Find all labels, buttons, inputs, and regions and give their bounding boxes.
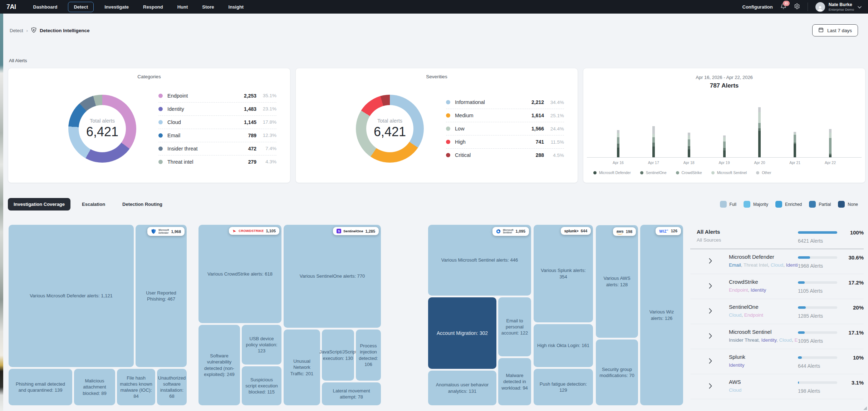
treemap-tile-file-hash-matches-known-malware-ioc-84[interactable]: File hash matches known malware (IOC): 8… [117, 369, 155, 405]
source-alert-count: 644 Alerts [798, 363, 864, 369]
settings-button[interactable] [794, 3, 800, 11]
legend-value: 2,212 [523, 99, 544, 105]
chevron-right-icon[interactable] [709, 358, 716, 365]
severities-total-value: 6,421 [374, 124, 406, 139]
bar-segment-microsoft-defender [652, 147, 655, 157]
treemap-tile-process-injection-detected-106[interactable]: Process injection detected: 106 [356, 330, 381, 381]
coverage-progress-fill [798, 381, 799, 384]
summary-cards-row: Categories Total alerts 6,421 Endpoint2,… [8, 68, 865, 183]
treemap-tile-email-to-personal-account-122[interactable]: Email to personal account: 122 [498, 297, 531, 356]
nav-item-investigate[interactable]: Investigate [104, 2, 129, 12]
legend-percent: 34.4% [544, 100, 564, 105]
chevron-right-icon[interactable] [709, 258, 716, 265]
bar-legend-dot-sentinelone [640, 171, 643, 174]
chevron-right-icon[interactable] [709, 283, 716, 290]
nav-item-store[interactable]: Store [202, 2, 214, 12]
source-row-main: Microsoft SentinelInsider Threat, Identi… [729, 329, 798, 343]
source-row-main: All AlertsAll Sources [697, 229, 798, 243]
treemap-tile-various-microsoft-defender-alerts-1-121[interactable]: Various Microsoft Defender alerts: 1,121 [9, 225, 134, 367]
treemap-tile-lateral-movement-attempt-78[interactable]: Lateral movement attempt: 78 [322, 382, 381, 405]
bar-segment-microsoft-defender [829, 155, 832, 157]
treemap-tile-push-fatigue-detection-129[interactable]: Push fatigue detection: 129 [534, 369, 593, 405]
chevron-right-icon[interactable] [709, 383, 716, 390]
legend-value: 741 [523, 139, 544, 145]
nav-item-dashboard[interactable]: Dashboard [33, 2, 58, 12]
tag-separator: , [748, 287, 751, 293]
coverage-progress-fill [798, 256, 810, 259]
legend-dot-threat-intel [158, 160, 163, 164]
resize-handle[interactable] [863, 406, 867, 410]
tab-escalation[interactable]: Escalation [76, 198, 111, 211]
bar-segment-crowdstrike [794, 135, 796, 143]
nav-item-insight[interactable]: Insight [229, 2, 244, 12]
bar-chart-x-axis: Apr 16Apr 17Apr 18Apr 19Apr 20Apr 21Apr … [587, 160, 862, 165]
breadcrumb-parent[interactable]: Detect [10, 28, 23, 33]
bar-legend-item-microsoft-sentinel: Microsoft Sentinel [711, 170, 747, 175]
treemap-tile-account-migration-302[interactable]: Account Migration: 302 [428, 297, 496, 369]
treemap-tile-software-vulnerability-detected-non-exploited-249[interactable]: Software vulnerability detected (non-exp… [198, 325, 240, 405]
bar-segment-microsoft-sentinel [829, 133, 832, 138]
source-row-crowdstrike[interactable]: CrowdStrikeEndpoint, Identity17.2%1105 A… [690, 274, 864, 299]
user-menu[interactable]: Nate Burke Enterprise Demo [815, 2, 862, 12]
legend-label: Critical [455, 152, 523, 158]
bar-column-apr-19 [707, 135, 742, 157]
nav-item-hunt[interactable]: Hunt [177, 2, 188, 12]
bar-segment-crowdstrike [723, 142, 726, 148]
x-axis-label-apr-22: Apr 22 [813, 160, 848, 165]
treemap-tile-malicious-attachment-blocked-89[interactable]: Malicious attachment blocked: 89 [74, 369, 115, 405]
treemap-tile-usb-device-policy-violation-123[interactable]: USB device policy violation: 123 [242, 325, 281, 365]
source-row-microsoft-sentinel[interactable]: Microsoft SentinelInsider Threat, Identi… [690, 324, 864, 349]
configuration-link[interactable]: Configuration [742, 4, 773, 10]
nav-item-respond[interactable]: Respond [143, 2, 163, 12]
categories-donut-center: Total alerts 6,421 [68, 95, 136, 163]
treemap-tile-high-risk-okta-login-161[interactable]: High risk Okta Login: 161 [534, 324, 593, 367]
source-row-aws[interactable]: AWSCloud3.1%198 Alerts [690, 374, 864, 399]
notifications-button[interactable]: 11 [780, 3, 786, 11]
chevron-right-icon[interactable] [709, 308, 716, 315]
treemap-tile-security-group-modifications-70[interactable]: Security group modifications: 70 [596, 340, 638, 405]
source-row-microsoft-defender[interactable]: Microsoft DefenderEmail, Threat Intel, C… [690, 249, 864, 274]
category-tag-identity: Identity [761, 337, 777, 343]
legend-label: Identity [167, 106, 236, 112]
legend-dot-email [158, 133, 163, 138]
treemap-tile-anomalous-user-behavior-analytics-131[interactable]: Anomalous user behavior analytics: 131 [428, 371, 496, 405]
coverage-percent: 17.2% [837, 279, 864, 286]
bar-legend-item-crowdstrike: CrowdStrike [676, 170, 702, 175]
treemap-tile-various-sentinelone-alerts-770[interactable]: Various SentinelOne alerts: 770 [284, 225, 381, 328]
nav-item-detect[interactable]: Detect [68, 2, 94, 12]
bar-stack-apr-18 [688, 133, 690, 157]
tab-detection-routing[interactable]: Detection Routing [117, 198, 168, 211]
category-tag-cloud: Cloud [779, 337, 792, 343]
legend-percent: 11.5% [544, 139, 564, 145]
source-row-splunk[interactable]: SplunkIdentity10%644 Alerts [690, 349, 864, 374]
categories-total-label: Total alerts [90, 118, 115, 124]
source-bar-row: 100% [798, 229, 864, 236]
treemap-tile-various-splunk-alerts-354[interactable]: Various Splunk alerts: 354 [534, 225, 593, 322]
source-row-main: AWSCloud [729, 379, 798, 393]
date-range-label: Last 7 days [827, 28, 852, 33]
tab-investigation-coverage[interactable]: Investigation Coverage [8, 198, 70, 211]
treemap-tile-phishing-email-detected-and-quarantined-139[interactable]: Phishing email detected and quarantined:… [9, 369, 72, 405]
treemap-tile-various-crowdstrike-alerts-618[interactable]: Various CrowdStrike alerts: 618 [198, 225, 281, 323]
treemap-tile-unusual-network-traffic-201[interactable]: Unusual Network Traffic: 201 [284, 330, 320, 405]
treemap-tile-suspicious-script-execution-blocked-115[interactable]: Suspicious script execution blocked: 115 [242, 366, 281, 405]
treemap-tile-various-aws-alerts-128[interactable]: Various AWS alerts: 128 [596, 225, 638, 338]
legend-percent: 12.3% [256, 133, 276, 138]
treemap-tile-various-wiz-alerts-126[interactable]: Various Wiz alerts: 126 [640, 225, 683, 405]
bar-legend-label: Microsoft Sentinel [717, 170, 747, 175]
treemap-tile-malware-detected-in-workload-94[interactable]: Malware detected in workload: 94 [498, 358, 531, 405]
source-row-sentinelone[interactable]: SentinelOneCloud, Endpoint20%1285 Alerts [690, 299, 864, 324]
coverage-progress-bar [798, 381, 837, 384]
treemap-tile-unauthorized-software-installation-68[interactable]: Unauthorized software installation: 68 [157, 369, 187, 405]
chevron-right-icon[interactable] [709, 333, 716, 340]
legend-dot-cloud [158, 120, 163, 124]
bar-legend-label: Microsoft Defender [599, 170, 631, 175]
source-badge-splunk: splunk>644 [561, 227, 591, 235]
category-tag-insider-threat: Insider Threat [729, 337, 759, 343]
date-range-button[interactable]: Last 7 days [812, 24, 858, 36]
treemap-tile-javascript-jscript-execution-130[interactable]: JavaScript/JScript execution: 130 [322, 330, 354, 381]
coverage-label: Partial [819, 202, 831, 207]
timeline-date-range: Apr 16, 2026 - Apr 22, 2026 [583, 75, 865, 80]
severities-card: Severities Total alerts 6,421 Informatio… [295, 68, 578, 183]
treemap-tile-user-reported-phishing-467[interactable]: User Reported Phishing: 467 [136, 225, 187, 367]
